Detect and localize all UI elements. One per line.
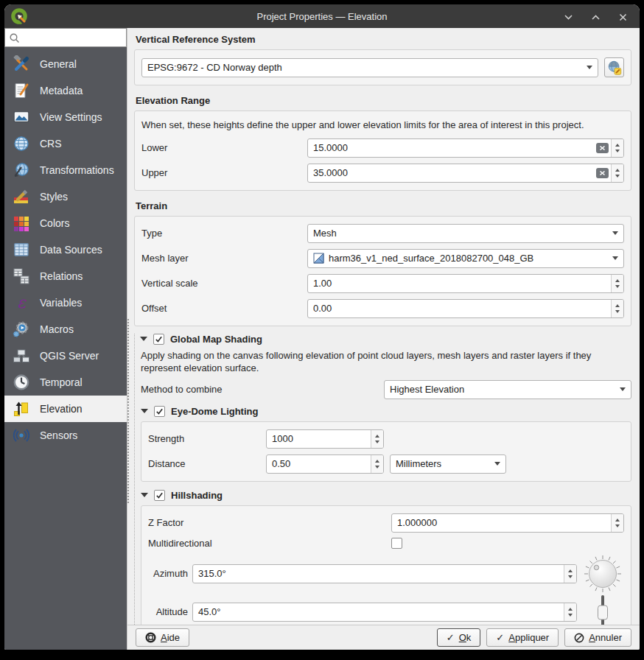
spinner-buttons[interactable]	[564, 565, 576, 583]
mesh-layer-combobox[interactable]: harm36_v1_ned_surface_2018082700_048_GB	[307, 249, 624, 268]
ok-button[interactable]: ✓ Ok	[437, 628, 481, 647]
altitude-label: Altitude	[148, 606, 188, 617]
apply-button-label: Appliquer	[508, 632, 549, 643]
upper-label: Upper	[141, 167, 307, 178]
terrain-type-value: Mesh	[313, 228, 608, 239]
method-to-combine-label: Method to combine	[141, 384, 384, 395]
sidebar-item-crs[interactable]: CRS	[4, 130, 127, 157]
titlebar[interactable]: Project Properties — Elevation	[4, 4, 640, 28]
project-properties-dialog: Project Properties — Elevation	[4, 4, 640, 650]
clear-field-icon[interactable]	[596, 143, 609, 153]
sidebar-item-general[interactable]: General	[4, 51, 127, 77]
sidebar-item-elevation[interactable]: Elevation	[4, 396, 127, 422]
lower-value: 15.0000	[308, 142, 596, 153]
search-box[interactable]	[4, 28, 127, 47]
multidirectional-checkbox[interactable]	[391, 538, 402, 549]
sidebar-item-transformations[interactable]: Transformations	[4, 157, 127, 183]
vertical-scale-spinbox[interactable]: 1.00	[307, 274, 624, 293]
minimize-button[interactable]	[564, 12, 573, 21]
transformations-icon	[13, 161, 30, 179]
apply-button[interactable]: ✓ Appliquer	[486, 628, 559, 647]
multidirectional-label: Multidirectional	[148, 538, 391, 549]
table-icon	[13, 241, 30, 259]
global-map-shading-checkbox[interactable]	[153, 334, 164, 345]
sidebar-item-temporal[interactable]: Temporal	[4, 369, 127, 396]
spinner-buttons[interactable]	[611, 514, 623, 532]
spinner-buttons[interactable]	[611, 275, 623, 292]
close-button[interactable]	[618, 12, 628, 21]
search-input[interactable]	[5, 29, 126, 46]
sidebar-item-data-sources[interactable]: Data Sources	[4, 236, 127, 263]
cancel-button[interactable]: Annuler	[564, 628, 631, 647]
lower-spinbox[interactable]: 15.0000	[307, 138, 624, 158]
sidebar-item-styles[interactable]: Styles	[4, 183, 127, 210]
altitude-spinbox[interactable]: 45.0°	[192, 603, 577, 622]
offset-spinbox[interactable]: 0.00	[307, 299, 624, 318]
distance-unit-value: Millimeters	[396, 458, 490, 469]
tools-icon	[13, 55, 30, 73]
strength-spinbox[interactable]: 1000	[266, 429, 384, 449]
clear-field-icon[interactable]	[596, 168, 609, 178]
help-button[interactable]: Aide	[136, 628, 189, 647]
distance-value: 0.50	[267, 458, 371, 469]
sidebar-item-macros[interactable]: Macros	[4, 316, 127, 343]
terrain-type-combobox[interactable]: Mesh	[307, 224, 624, 243]
terrain-section-title: Terrain	[136, 200, 631, 211]
clock-icon	[13, 373, 30, 391]
vrs-frame: EPSG:9672 - CD Norway depth	[134, 49, 631, 85]
sidebar-item-metadata[interactable]: Metadata	[4, 77, 127, 104]
sidebar-item-label: Sensors	[40, 429, 77, 441]
sidebar-item-label: General	[40, 58, 77, 70]
metadata-icon	[13, 82, 30, 99]
sidebar-item-qgis-server[interactable]: QGIS Server	[4, 343, 127, 369]
collapse-arrow-icon[interactable]	[141, 493, 148, 497]
check-icon: ✓	[496, 633, 504, 642]
select-crs-button[interactable]	[604, 57, 624, 77]
spinner-buttons[interactable]	[371, 455, 383, 473]
offset-value: 0.00	[308, 303, 611, 314]
mesh-layer-icon	[313, 253, 324, 264]
vrs-section-title: Vertical Reference System	[136, 34, 631, 45]
color-grid-icon	[13, 214, 30, 232]
collapse-arrow-icon[interactable]	[140, 337, 147, 341]
distance-spinbox[interactable]: 0.50	[266, 454, 384, 474]
spinner-buttons[interactable]	[611, 164, 623, 182]
collapse-arrow-icon[interactable]	[141, 409, 148, 413]
azimuth-spinbox[interactable]: 315.0°	[192, 564, 577, 583]
sidebar-item-label: Styles	[40, 191, 68, 203]
distance-unit-combobox[interactable]: Millimeters	[390, 454, 506, 474]
sidebar-item-relations[interactable]: Relations	[4, 263, 127, 289]
maximize-button[interactable]	[591, 12, 601, 21]
globe-icon	[13, 135, 30, 152]
method-to-combine-combobox[interactable]: Highest Elevation	[384, 380, 631, 399]
azimuth-value: 315.0°	[193, 568, 564, 579]
sidebar-item-variables[interactable]: ε Variables	[4, 289, 127, 316]
chevron-down-icon	[587, 66, 592, 69]
eye-dome-lighting-group: Eye-Dome Lighting Strength 1000	[141, 406, 631, 482]
svg-text:ε: ε	[17, 294, 27, 312]
spinner-buttons[interactable]	[611, 139, 623, 157]
altitude-value: 45.0°	[193, 606, 564, 617]
window-title: Project Properties — Elevation	[4, 11, 640, 22]
altitude-slider[interactable]	[581, 594, 624, 625]
spinner-buttons[interactable]	[611, 300, 623, 317]
sidebar-item-sensors[interactable]: Sensors	[4, 422, 127, 449]
sidebar-item-colors[interactable]: Colors	[4, 210, 127, 236]
eye-dome-lighting-checkbox[interactable]	[154, 406, 165, 417]
vrs-combobox[interactable]: EPSG:9672 - CD Norway depth	[141, 58, 598, 77]
sidebar-item-label: Colors	[40, 217, 69, 229]
view-settings-icon	[13, 108, 30, 126]
splitter-handle[interactable]	[127, 319, 129, 503]
spinner-buttons[interactable]	[564, 603, 576, 621]
hillshading-checkbox[interactable]	[154, 490, 165, 501]
global-map-shading-group: Global Map Shading Apply shading on the …	[134, 334, 631, 625]
upper-value: 35.0000	[308, 167, 596, 178]
upper-spinbox[interactable]: 35.0000	[307, 164, 624, 183]
spinner-buttons[interactable]	[371, 430, 383, 448]
sidebar-item-label: View Settings	[40, 111, 102, 123]
z-factor-spinbox[interactable]: 1.000000	[391, 513, 624, 533]
vrs-value: EPSG:9672 - CD Norway depth	[147, 62, 582, 73]
gear-play-icon	[13, 320, 30, 338]
sidebar-item-view-settings[interactable]: View Settings	[4, 104, 127, 130]
azimuth-dial[interactable]	[581, 554, 624, 594]
